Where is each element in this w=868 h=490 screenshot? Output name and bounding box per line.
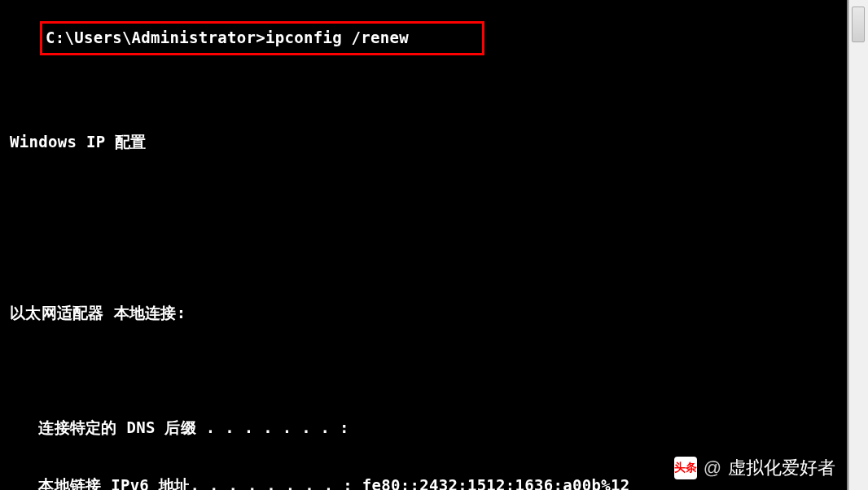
command-text: ipconfig /renew xyxy=(265,28,409,46)
watermark: 头条 @ 虚拟化爱好者 xyxy=(674,456,835,480)
terminal-output: C:\Users\Administrator>ipconfig /renew W… xyxy=(0,0,847,490)
scrollbar-thumb[interactable] xyxy=(852,7,865,42)
adapter1-title: 以太网适配器 本地连接: xyxy=(0,304,847,323)
ip-config-header: Windows IP 配置 xyxy=(0,133,847,152)
command-highlight-box: C:\Users\Administrator>ipconfig /renew xyxy=(40,21,484,55)
watermark-at: @ xyxy=(704,457,721,479)
adapter1-dns-suffix: 连接特定的 DNS 后缀 . . . . . . . : xyxy=(0,418,847,438)
vertical-scrollbar[interactable] xyxy=(848,0,868,490)
toutiao-logo-icon: 头条 xyxy=(674,457,697,479)
prompt-text: C:\Users\Administrator> xyxy=(46,28,265,46)
cmd-terminal-window[interactable]: C:\Users\Administrator>ipconfig /renew W… xyxy=(0,0,848,490)
watermark-author: 虚拟化爱好者 xyxy=(728,456,835,480)
